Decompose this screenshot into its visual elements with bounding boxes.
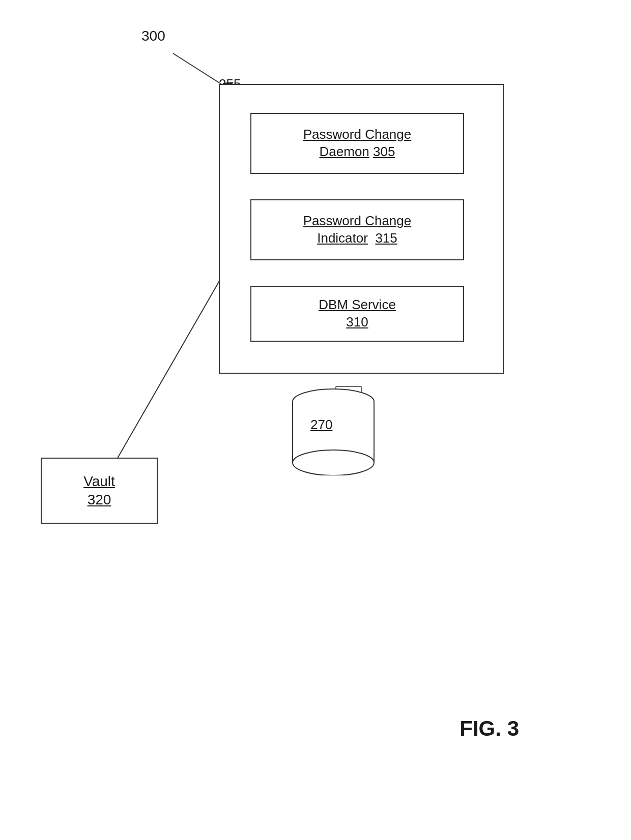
svg-point-9 — [293, 450, 374, 475]
box-310: DBM Service 310 — [250, 286, 464, 342]
box-vault-320: Vault 320 — [41, 458, 158, 524]
db-cylinder-270 — [282, 384, 384, 475]
box-315-text: Password Change Indicator 315 — [303, 213, 411, 247]
vault-text: Vault 320 — [83, 472, 115, 509]
cylinder-svg — [282, 384, 384, 475]
label-270: 270 — [310, 417, 332, 433]
diagram-container: 300 255 Password Change Daemon 305 Passw… — [0, 0, 631, 840]
figure-label: FIG. 3 — [460, 716, 519, 741]
box-310-text: DBM Service 310 — [319, 296, 396, 331]
box-315: Password Change Indicator 315 — [250, 199, 464, 260]
box-255: Password Change Daemon 305 Password Chan… — [219, 84, 504, 374]
box-305-text: Password Change Daemon 305 — [303, 126, 411, 161]
box-305: Password Change Daemon 305 — [250, 113, 464, 174]
svg-rect-10 — [293, 402, 374, 432]
label-300: 300 — [141, 28, 165, 44]
